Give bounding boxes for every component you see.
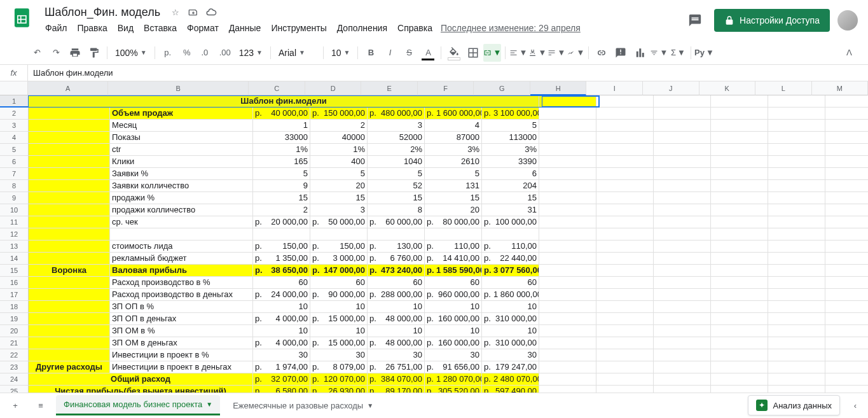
cell[interactable]: 597 490,00 [482, 386, 539, 393]
cell[interactable]: 60 [482, 277, 539, 289]
cell[interactable] [825, 120, 868, 132]
cell[interactable] [654, 313, 711, 325]
decrease-decimal-icon[interactable]: .0 [197, 44, 215, 62]
cell[interactable] [825, 386, 868, 393]
cell[interactable] [539, 156, 596, 168]
menu-data[interactable]: Данные [224, 20, 266, 36]
cell[interactable]: Валовая прибыль [110, 265, 253, 277]
cell[interactable]: 4 [425, 120, 482, 132]
cell[interactable] [825, 192, 868, 204]
cell[interactable] [29, 108, 110, 120]
cell[interactable]: 4 000,00 [253, 313, 310, 325]
formula-input[interactable]: Шаблон фин.модели [28, 65, 868, 81]
spreadsheet-grid[interactable]: A B C D E F G H I J K L M 1Шаблон фин.мо… [0, 81, 868, 393]
cell[interactable] [310, 228, 368, 240]
cell[interactable] [29, 289, 110, 301]
menu-format[interactable]: Формат [183, 20, 223, 36]
row-header[interactable]: 20 [0, 325, 29, 337]
cell[interactable] [711, 277, 768, 289]
cell[interactable] [596, 240, 654, 253]
cell[interactable] [539, 386, 596, 393]
cell[interactable] [539, 337, 596, 349]
cell[interactable]: 14 410,00 [425, 253, 482, 265]
cell[interactable] [539, 313, 596, 325]
h-align-button[interactable]: ▼ [509, 44, 527, 62]
cell[interactable]: 3390 [482, 156, 539, 168]
last-edit[interactable]: Последнее изменение: 29 апреля [441, 23, 581, 33]
cell[interactable]: Общий расход [29, 373, 253, 386]
row-header[interactable]: 19 [0, 313, 29, 325]
add-sheet-button[interactable]: + [5, 395, 25, 415]
share-button[interactable]: Настройки Доступа [714, 9, 830, 32]
cell[interactable] [654, 240, 711, 253]
cell[interactable] [825, 289, 868, 301]
cell[interactable]: 288 000,00 [368, 289, 425, 301]
cell[interactable]: 473 240,00 [368, 265, 425, 277]
cell[interactable]: 310 000,00 [482, 337, 539, 349]
cell[interactable] [654, 132, 711, 144]
cell[interactable]: Воронка [29, 265, 110, 277]
undo-icon[interactable]: ↶ [28, 44, 46, 62]
cell[interactable] [29, 168, 110, 180]
col-header[interactable]: B [108, 81, 249, 95]
cell[interactable]: ЗП ОП в % [110, 301, 253, 313]
cell[interactable]: 22 440,00 [482, 253, 539, 265]
cell[interactable]: 31 [482, 204, 539, 216]
cell[interactable]: 30 [368, 349, 425, 361]
cell[interactable] [768, 337, 825, 349]
cell[interactable] [596, 95, 654, 108]
text-color-button[interactable]: A [419, 44, 437, 62]
cell[interactable]: 89 170,00 [368, 386, 425, 393]
row-header[interactable]: 22 [0, 349, 29, 361]
cell[interactable] [539, 132, 596, 144]
cell[interactable] [539, 192, 596, 204]
cell[interactable]: 87000 [425, 132, 482, 144]
cell[interactable] [29, 228, 110, 240]
cell[interactable] [768, 180, 825, 192]
cell[interactable] [768, 277, 825, 289]
cell[interactable] [711, 373, 768, 386]
cell[interactable] [825, 132, 868, 144]
col-header[interactable]: I [586, 81, 643, 95]
cell[interactable]: 6 [482, 168, 539, 180]
bold-button[interactable]: B [362, 44, 380, 62]
cell[interactable]: 160 000,00 [425, 313, 482, 325]
col-header[interactable]: H [530, 81, 587, 95]
cell[interactable]: 179 247,00 [482, 361, 539, 373]
cell[interactable]: 10 [310, 301, 368, 313]
cell[interactable] [768, 132, 825, 144]
sheets-logo[interactable] [10, 5, 36, 31]
cell[interactable] [825, 361, 868, 373]
cell[interactable]: 52000 [368, 132, 425, 144]
cell[interactable] [539, 253, 596, 265]
cell[interactable] [654, 228, 711, 240]
cell[interactable] [825, 156, 868, 168]
cell[interactable]: 960 000,00 [425, 289, 482, 301]
row-header[interactable]: 21 [0, 337, 29, 349]
cell[interactable] [539, 289, 596, 301]
cell[interactable] [825, 313, 868, 325]
cell[interactable]: 90 000,00 [310, 289, 368, 301]
cell[interactable] [539, 120, 596, 132]
row-header[interactable]: 14 [0, 253, 29, 265]
cell[interactable]: рекламный бюджет [110, 253, 253, 265]
wrap-button[interactable]: ▼ [548, 44, 565, 62]
cell[interactable]: 15 000,00 [310, 337, 368, 349]
cell[interactable] [654, 144, 711, 156]
cell[interactable]: 1 860 000,00 [482, 289, 539, 301]
cell[interactable] [711, 144, 768, 156]
cell[interactable]: 15 [425, 192, 482, 204]
cell[interactable]: 15 000,00 [310, 313, 368, 325]
col-header[interactable]: C [249, 81, 305, 95]
all-sheets-button[interactable]: ≡ [31, 395, 51, 415]
cell[interactable] [29, 349, 110, 361]
cell[interactable] [654, 120, 711, 132]
cell[interactable] [596, 108, 654, 120]
cell[interactable]: ср. чек [110, 216, 253, 228]
cell[interactable] [539, 168, 596, 180]
cell[interactable]: 80 000,00 [425, 216, 482, 228]
strike-button[interactable]: S [400, 44, 418, 62]
cell[interactable]: 1% [310, 144, 368, 156]
cell[interactable] [654, 95, 711, 108]
cell[interactable] [825, 180, 868, 192]
